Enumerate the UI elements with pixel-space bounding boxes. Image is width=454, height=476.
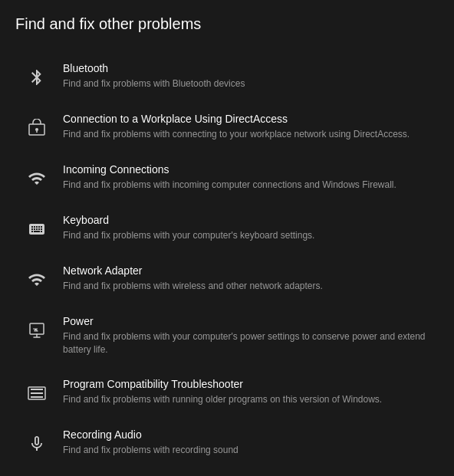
item-title-bluetooth: Bluetooth bbox=[63, 62, 245, 74]
item-desc-keyboard: Find and fix problems with your computer… bbox=[63, 229, 314, 242]
program-icon bbox=[23, 379, 51, 407]
item-text-incoming-connections: Incoming Connections Find and fix proble… bbox=[63, 163, 396, 192]
list-item-bluetooth[interactable]: Bluetooth Find and fix problems with Blu… bbox=[15, 51, 439, 102]
list-item-power[interactable]: Power Find and fix problems with your co… bbox=[15, 304, 439, 367]
item-title-incoming-connections: Incoming Connections bbox=[63, 163, 396, 176]
troubleshooter-list: Bluetooth Find and fix problems with Blu… bbox=[15, 51, 439, 476]
keyboard-icon bbox=[23, 215, 51, 243]
item-title-recording-audio: Recording Audio bbox=[63, 428, 239, 441]
list-item-directaccess[interactable]: Connection to a Workplace Using DirectAc… bbox=[15, 102, 439, 153]
item-desc-program-compatibility: Find and fix problems with running older… bbox=[63, 393, 382, 406]
item-title-power: Power bbox=[63, 315, 431, 327]
item-text-power: Power Find and fix problems with your co… bbox=[63, 315, 431, 356]
item-title-program-compatibility: Program Compatibility Troubleshooter bbox=[63, 378, 382, 390]
svg-point-1 bbox=[35, 128, 38, 131]
item-title-network-adapter: Network Adapter bbox=[63, 264, 323, 277]
power-icon bbox=[23, 317, 51, 344]
item-text-directaccess: Connection to a Workplace Using DirectAc… bbox=[63, 113, 410, 141]
item-title-keyboard: Keyboard bbox=[63, 214, 314, 226]
item-desc-power: Find and fix problems with your computer… bbox=[63, 330, 431, 356]
incoming-icon bbox=[23, 165, 51, 192]
list-item-program-compatibility[interactable]: Program Compatibility Troubleshooter Fin… bbox=[15, 367, 439, 418]
item-title-directaccess: Connection to a Workplace Using DirectAc… bbox=[63, 113, 410, 125]
item-text-program-compatibility: Program Compatibility Troubleshooter Fin… bbox=[63, 378, 382, 406]
bluetooth-icon bbox=[23, 64, 51, 91]
item-text-network-adapter: Network Adapter Find and fix problems wi… bbox=[63, 264, 323, 293]
list-item-search-indexing[interactable]: Search and Indexing bbox=[15, 468, 439, 476]
list-item-recording-audio[interactable]: Recording Audio Find and fix problems wi… bbox=[15, 418, 439, 468]
item-desc-network-adapter: Find and fix problems with wireless and … bbox=[63, 280, 323, 293]
list-item-network-adapter[interactable]: Network Adapter Find and fix problems wi… bbox=[15, 254, 439, 304]
item-desc-bluetooth: Find and fix problems with Bluetooth dev… bbox=[63, 77, 245, 90]
directaccess-icon bbox=[23, 114, 51, 142]
item-desc-incoming-connections: Find and fix problems with incoming comp… bbox=[63, 179, 396, 192]
item-text-keyboard: Keyboard Find and fix problems with your… bbox=[63, 214, 314, 242]
item-desc-directaccess: Find and fix problems with connecting to… bbox=[63, 128, 410, 141]
item-text-recording-audio: Recording Audio Find and fix problems wi… bbox=[63, 428, 239, 457]
page-title: Find and fix other problems bbox=[15, 15, 439, 33]
page-container: Find and fix other problems Bluetooth Fi… bbox=[15, 15, 439, 476]
network-icon bbox=[23, 266, 51, 294]
audio-icon bbox=[23, 430, 51, 458]
item-desc-recording-audio: Find and fix problems with recording sou… bbox=[63, 444, 239, 457]
list-item-keyboard[interactable]: Keyboard Find and fix problems with your… bbox=[15, 203, 439, 254]
item-text-bluetooth: Bluetooth Find and fix problems with Blu… bbox=[63, 62, 245, 90]
list-item-incoming-connections[interactable]: Incoming Connections Find and fix proble… bbox=[15, 153, 439, 203]
